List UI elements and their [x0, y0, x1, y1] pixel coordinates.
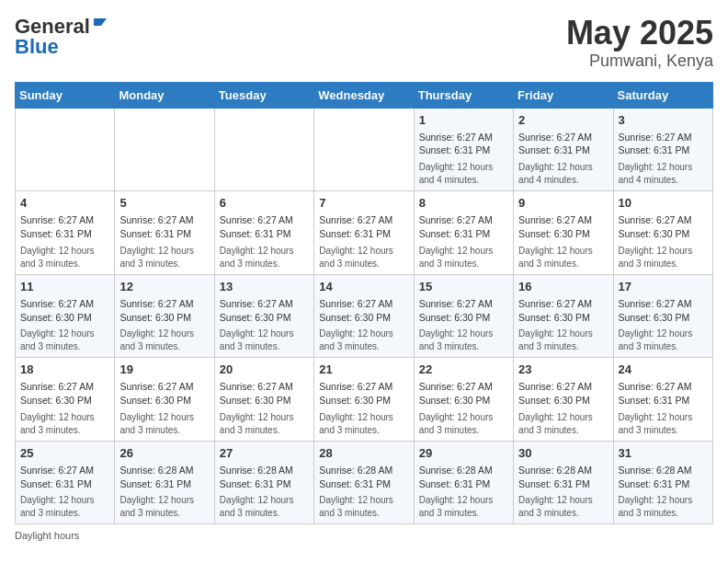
calendar-week-2: 4Sunrise: 6:27 AMSunset: 6:31 PMDaylight…	[16, 191, 713, 275]
calendar-week-5: 25Sunrise: 6:27 AMSunset: 6:31 PMDayligh…	[16, 441, 713, 524]
calendar-cell: 5Sunrise: 6:27 AMSunset: 6:31 PMDaylight…	[115, 191, 214, 275]
daylight-text: Daylight: 12 hours and 3 minutes.	[619, 245, 708, 270]
calendar-cell: 1Sunrise: 6:27 AMSunset: 6:31 PMDaylight…	[414, 108, 513, 191]
sunrise-text: Sunrise: 6:28 AM	[319, 464, 408, 477]
daylight-text: Daylight: 12 hours and 4 minutes.	[419, 161, 508, 187]
sunrise-text: Sunrise: 6:27 AM	[419, 297, 508, 311]
daylight-text: Daylight: 12 hours and 4 minutes.	[619, 161, 708, 187]
sunrise-text: Sunrise: 6:27 AM	[319, 213, 408, 227]
col-monday: Monday	[115, 82, 214, 108]
sunrise-text: Sunrise: 6:28 AM	[220, 464, 309, 477]
calendar-cell: 29Sunrise: 6:28 AMSunset: 6:31 PMDayligh…	[414, 441, 513, 524]
sunset-text: Sunset: 6:31 PM	[20, 227, 109, 241]
day-number: 8	[419, 195, 508, 212]
calendar-cell: 11Sunrise: 6:27 AMSunset: 6:30 PMDayligh…	[16, 274, 115, 358]
day-number: 5	[119, 195, 209, 212]
calendar-table: Sunday Monday Tuesday Wednesday Thursday…	[15, 82, 713, 525]
calendar-header-row: Sunday Monday Tuesday Wednesday Thursday…	[16, 82, 713, 108]
calendar-cell: 16Sunrise: 6:27 AMSunset: 6:30 PMDayligh…	[514, 274, 613, 358]
logo: General Blue	[15, 15, 108, 59]
daylight-text: Daylight: 12 hours and 3 minutes.	[619, 494, 708, 520]
daylight-text: Daylight: 12 hours and 3 minutes.	[220, 327, 309, 353]
calendar-cell: 21Sunrise: 6:27 AMSunset: 6:30 PMDayligh…	[314, 358, 414, 442]
calendar-week-1: 1Sunrise: 6:27 AMSunset: 6:31 PMDaylight…	[16, 108, 713, 191]
day-number: 6	[220, 195, 309, 212]
sunset-text: Sunset: 6:31 PM	[319, 477, 408, 491]
sunset-text: Sunset: 6:30 PM	[419, 394, 508, 408]
daylight-text: Daylight: 12 hours and 3 minutes.	[319, 327, 408, 353]
day-number: 13	[220, 279, 309, 295]
col-thursday: Thursday	[414, 82, 513, 108]
calendar-cell: 10Sunrise: 6:27 AMSunset: 6:30 PMDayligh…	[613, 191, 712, 275]
sunrise-text: Sunrise: 6:27 AM	[119, 380, 209, 394]
calendar-cell: 19Sunrise: 6:27 AMSunset: 6:30 PMDayligh…	[115, 358, 214, 442]
day-number: 14	[319, 279, 408, 295]
day-number: 11	[20, 279, 109, 295]
calendar-week-4: 18Sunrise: 6:27 AMSunset: 6:30 PMDayligh…	[16, 358, 713, 442]
calendar-cell: 23Sunrise: 6:27 AMSunset: 6:30 PMDayligh…	[514, 358, 613, 442]
calendar-cell: 26Sunrise: 6:28 AMSunset: 6:31 PMDayligh…	[115, 441, 214, 524]
col-tuesday: Tuesday	[214, 82, 313, 108]
sunset-text: Sunset: 6:30 PM	[518, 394, 608, 408]
day-number: 2	[518, 112, 608, 129]
sunrise-text: Sunrise: 6:27 AM	[518, 297, 608, 311]
sunset-text: Sunset: 6:30 PM	[319, 394, 408, 408]
day-number: 19	[119, 362, 209, 378]
sunset-text: Sunset: 6:31 PM	[220, 227, 309, 241]
daylight-text: Daylight: 12 hours and 3 minutes.	[20, 245, 109, 270]
sunset-text: Sunset: 6:30 PM	[518, 311, 608, 325]
calendar-cell: 27Sunrise: 6:28 AMSunset: 6:31 PMDayligh…	[214, 441, 313, 524]
daylight-text: Daylight: 12 hours and 3 minutes.	[220, 411, 309, 437]
sunrise-text: Sunrise: 6:27 AM	[119, 213, 209, 227]
calendar-title: May 2025	[566, 15, 713, 52]
day-number: 4	[20, 195, 109, 212]
daylight-text: Daylight: 12 hours and 3 minutes.	[419, 411, 508, 437]
sunrise-text: Sunrise: 6:27 AM	[20, 213, 109, 227]
day-number: 30	[518, 445, 608, 462]
calendar-cell: 4Sunrise: 6:27 AMSunset: 6:31 PMDaylight…	[16, 191, 115, 275]
day-number: 22	[419, 362, 508, 378]
sunset-text: Sunset: 6:30 PM	[619, 227, 708, 241]
daylight-text: Daylight: 12 hours and 3 minutes.	[119, 327, 209, 353]
col-sunday: Sunday	[16, 82, 115, 108]
calendar-cell: 13Sunrise: 6:27 AMSunset: 6:30 PMDayligh…	[214, 274, 313, 358]
day-number: 29	[419, 445, 508, 462]
calendar-cell: 28Sunrise: 6:28 AMSunset: 6:31 PMDayligh…	[314, 441, 414, 524]
day-number: 12	[119, 279, 209, 295]
sunset-text: Sunset: 6:31 PM	[619, 144, 708, 157]
calendar-cell: 31Sunrise: 6:28 AMSunset: 6:31 PMDayligh…	[613, 441, 712, 524]
calendar-cell	[214, 108, 313, 191]
sunset-text: Sunset: 6:30 PM	[419, 311, 508, 325]
sunset-text: Sunset: 6:31 PM	[319, 227, 408, 241]
sunrise-text: Sunrise: 6:27 AM	[220, 213, 309, 227]
day-number: 18	[20, 362, 109, 378]
sunset-text: Sunset: 6:30 PM	[619, 311, 708, 325]
sunrise-text: Sunrise: 6:27 AM	[419, 131, 508, 144]
daylight-text: Daylight: 12 hours and 3 minutes.	[518, 327, 608, 353]
sunset-text: Sunset: 6:30 PM	[20, 311, 109, 325]
sunset-text: Sunset: 6:30 PM	[518, 227, 608, 241]
daylight-text: Daylight: 12 hours and 3 minutes.	[419, 494, 508, 520]
calendar-cell: 12Sunrise: 6:27 AMSunset: 6:30 PMDayligh…	[115, 274, 214, 358]
sunrise-text: Sunrise: 6:27 AM	[518, 380, 608, 394]
sunrise-text: Sunrise: 6:27 AM	[20, 464, 109, 477]
sunset-text: Sunset: 6:31 PM	[619, 477, 708, 491]
sunrise-text: Sunrise: 6:27 AM	[619, 297, 708, 311]
day-number: 24	[619, 362, 708, 378]
calendar-cell	[115, 108, 214, 191]
day-number: 9	[518, 195, 608, 212]
day-number: 15	[419, 279, 508, 295]
sunrise-text: Sunrise: 6:27 AM	[119, 297, 209, 311]
sunset-text: Sunset: 6:30 PM	[119, 394, 209, 408]
day-number: 27	[220, 445, 309, 462]
day-number: 1	[419, 112, 508, 129]
col-wednesday: Wednesday	[314, 82, 414, 108]
sunset-text: Sunset: 6:31 PM	[119, 477, 209, 491]
sunset-text: Sunset: 6:30 PM	[20, 394, 109, 408]
logo-flag-icon	[92, 17, 108, 33]
day-number: 26	[119, 445, 209, 462]
daylight-text: Daylight: 12 hours and 3 minutes.	[20, 411, 109, 437]
sunrise-text: Sunrise: 6:27 AM	[518, 213, 608, 227]
daylight-text: Daylight: 12 hours and 4 minutes.	[518, 161, 608, 187]
sunrise-text: Sunrise: 6:27 AM	[619, 380, 708, 394]
